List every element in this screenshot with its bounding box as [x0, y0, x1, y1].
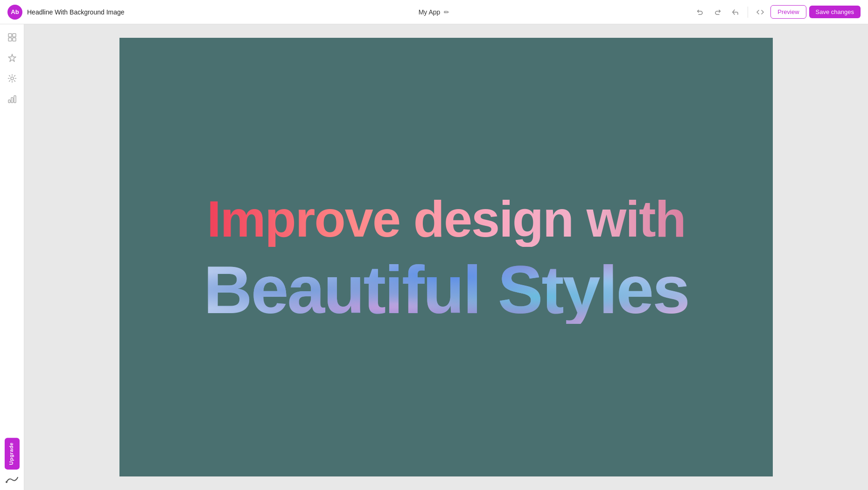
canvas-frame: Improve design with Beautiful Styles: [119, 38, 773, 476]
topbar-right: Preview Save changes: [693, 5, 861, 20]
code-button[interactable]: [753, 5, 768, 20]
main-area: Upgrade Improve design with Beautiful St…: [0, 24, 868, 490]
svg-rect-3: [13, 38, 16, 41]
page-title: Headline With Background Image: [27, 8, 125, 16]
bottom-logo: [3, 473, 21, 486]
svg-rect-1: [13, 34, 16, 37]
svg-rect-2: [8, 38, 12, 41]
svg-rect-7: [14, 96, 16, 103]
topbar-center: My App ✏: [419, 8, 450, 16]
sidebar-bottom: Upgrade: [0, 438, 24, 490]
sidebar-item-pin[interactable]: [3, 49, 21, 67]
svg-point-8: [6, 481, 7, 483]
canvas-area: Improve design with Beautiful Styles: [24, 24, 868, 490]
sidebar-item-layout[interactable]: [3, 28, 21, 47]
svg-rect-6: [11, 98, 13, 103]
topbar-left: Ab Headline With Background Image: [7, 5, 687, 20]
svg-rect-5: [8, 100, 10, 103]
headline-line2: Beautiful Styles: [203, 256, 689, 324]
svg-point-4: [11, 77, 14, 80]
back-button[interactable]: [728, 5, 743, 20]
sidebar-item-settings[interactable]: [3, 69, 21, 88]
sidebar-item-analytics[interactable]: [3, 90, 21, 108]
divider: [748, 7, 748, 18]
save-button[interactable]: Save changes: [809, 6, 861, 18]
app-name: My App: [419, 8, 441, 16]
upgrade-button[interactable]: Upgrade: [5, 438, 20, 469]
avatar: Ab: [7, 5, 22, 20]
svg-rect-0: [8, 34, 12, 37]
sidebar: Upgrade: [0, 24, 24, 490]
undo-button[interactable]: [693, 5, 707, 20]
headline-line1: Improve design with: [207, 190, 685, 247]
edit-icon[interactable]: ✏: [444, 8, 449, 16]
topbar: Ab Headline With Background Image My App…: [0, 0, 868, 24]
preview-button[interactable]: Preview: [770, 5, 806, 19]
redo-button[interactable]: [710, 5, 725, 20]
